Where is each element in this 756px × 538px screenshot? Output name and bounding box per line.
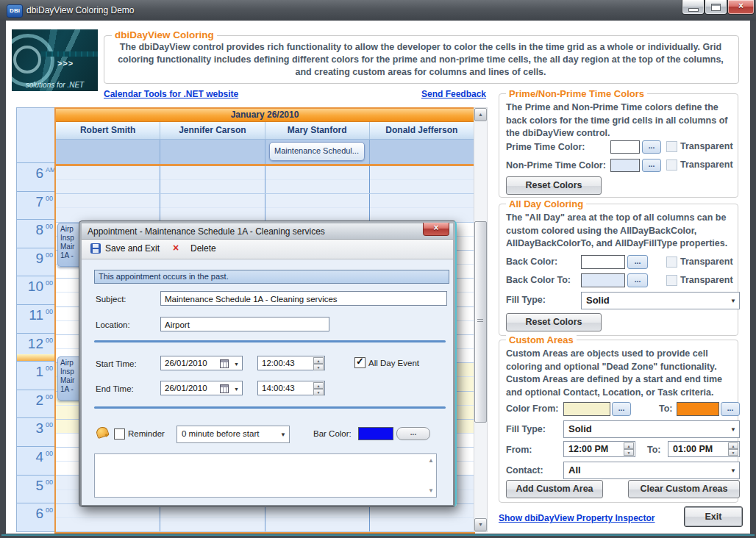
time-cell[interactable] — [370, 504, 474, 531]
prime-color-picker-button[interactable]: ... — [642, 140, 661, 154]
time-cell-half[interactable] — [56, 166, 160, 180]
time-cell-half[interactable] — [160, 180, 264, 193]
allday-cell[interactable] — [160, 140, 265, 164]
time-cell-half[interactable] — [56, 194, 160, 208]
time-cell[interactable] — [56, 504, 160, 531]
time-cell-half[interactable] — [370, 194, 474, 208]
allday-cell[interactable] — [56, 140, 160, 164]
time-cell[interactable] — [265, 504, 370, 531]
scrollbar-thumb[interactable] — [474, 221, 487, 423]
time-cell[interactable] — [370, 166, 474, 193]
color-from-picker-button[interactable]: ... — [612, 402, 631, 416]
send-feedback-link[interactable]: Send Feedback — [421, 89, 486, 99]
minimize-button[interactable] — [682, 0, 705, 15]
maximize-button[interactable] — [705, 0, 727, 15]
time-cell[interactable] — [56, 166, 160, 193]
time-cell[interactable] — [160, 504, 265, 531]
back-color-to-picker-button[interactable]: ... — [627, 273, 648, 287]
spin-up-icon[interactable]: ▲ — [624, 442, 634, 449]
allday-filltype-select[interactable]: Solid ▼ — [581, 292, 740, 309]
color-from-swatch[interactable] — [563, 402, 610, 416]
time-cell-half[interactable] — [370, 166, 474, 180]
color-to-swatch[interactable] — [677, 402, 719, 416]
reminder-checkbox[interactable] — [114, 428, 125, 440]
backto-transparent-checkbox[interactable] — [666, 275, 677, 286]
back-color-swatch[interactable] — [581, 255, 625, 269]
from-time-spinner[interactable]: 12:00 PM ▲▼ — [563, 441, 635, 457]
spin-up-icon[interactable]: ▲ — [313, 382, 324, 389]
delete-button[interactable]: Delete — [190, 243, 216, 254]
to-time-spinner[interactable]: 01:00 PM ▲▼ — [668, 441, 740, 457]
time-cell-half[interactable] — [56, 518, 160, 531]
notes-textarea[interactable]: ▲ ▼ — [94, 453, 437, 498]
clear-custom-areas-button[interactable]: Clear Custom Areas — [628, 480, 740, 498]
time-cell[interactable] — [370, 194, 474, 221]
exit-button[interactable]: Exit — [684, 506, 743, 527]
time-cell-half[interactable] — [56, 180, 160, 193]
time-cell-half[interactable] — [370, 208, 474, 221]
spin-down-icon[interactable]: ▼ — [313, 389, 324, 395]
scroll-down-icon[interactable]: ▼ — [428, 487, 434, 494]
time-cell-half[interactable] — [265, 166, 369, 180]
contact-select[interactable]: All ▼ — [563, 462, 740, 479]
time-cell-half[interactable] — [370, 518, 474, 531]
start-time-spinner[interactable]: 12:00:43 ▲▼ — [257, 356, 325, 370]
calendar-scrollbar[interactable]: ▲ ▼ — [474, 107, 488, 532]
scroll-up-icon[interactable]: ▲ — [428, 457, 434, 464]
subject-input[interactable]: Maintenance Schedule 1A - Cleaning servi… — [160, 291, 447, 306]
spin-up-icon[interactable]: ▲ — [728, 442, 738, 449]
time-cell-half[interactable] — [265, 208, 369, 221]
time-cell-half[interactable] — [265, 194, 369, 208]
prime-time-color-swatch[interactable] — [610, 140, 640, 154]
nonprime-color-picker-button[interactable]: ... — [642, 159, 661, 172]
time-cell[interactable] — [265, 194, 370, 221]
allday-cell[interactable]: Maintenance Schedul... — [265, 140, 370, 164]
time-cell-half[interactable] — [160, 166, 264, 180]
time-cell-half[interactable] — [56, 208, 160, 221]
nonprime-time-color-swatch[interactable] — [610, 159, 640, 172]
time-cell-half[interactable] — [370, 180, 474, 193]
spin-down-icon[interactable]: ▼ — [624, 449, 634, 456]
property-inspector-link[interactable]: Show dbiDayView Property Inspector — [499, 513, 655, 523]
save-and-exit-button[interactable]: Save and Exit — [105, 243, 160, 254]
time-cell-half[interactable] — [160, 194, 264, 208]
spin-down-icon[interactable]: ▼ — [313, 364, 324, 370]
back-transparent-checkbox[interactable] — [666, 257, 677, 268]
close-button[interactable]: × — [727, 0, 755, 15]
bar-color-picker-button[interactable]: ... — [396, 427, 430, 440]
time-cell-half[interactable] — [160, 208, 264, 221]
scroll-down-icon[interactable]: ▼ — [474, 518, 487, 531]
start-date-picker[interactable]: 26/01/2010 ▼ — [160, 356, 243, 370]
end-date-picker[interactable]: 26/01/2010 ▼ — [160, 381, 243, 395]
reset-allday-colors-button[interactable]: Reset Colors — [506, 313, 602, 331]
time-cell[interactable] — [56, 194, 160, 221]
nonprime-transparent-checkbox[interactable] — [666, 159, 677, 171]
back-color-picker-button[interactable]: ... — [627, 255, 648, 269]
scroll-up-icon[interactable]: ▲ — [474, 108, 487, 121]
bar-color-swatch[interactable] — [358, 427, 393, 440]
prime-transparent-checkbox[interactable] — [666, 141, 677, 152]
allday-region[interactable]: Maintenance Schedul... — [56, 140, 474, 164]
time-cell-half[interactable] — [265, 180, 369, 193]
color-to-picker-button[interactable]: ... — [721, 402, 740, 416]
add-custom-area-button[interactable]: Add Custom Area — [506, 480, 603, 498]
allday-cell[interactable] — [370, 140, 474, 164]
time-cell[interactable] — [160, 166, 265, 193]
reminder-select[interactable]: 0 minute before start ▼ — [176, 426, 290, 443]
dialog-titlebar[interactable]: Appointment - Maintenance Schedule 1A - … — [82, 223, 453, 240]
location-input[interactable]: Airport — [160, 317, 329, 331]
custom-filltype-select[interactable]: Solid ▼ — [563, 420, 740, 438]
back-color-to-swatch[interactable] — [581, 273, 625, 287]
allday-event-checkbox[interactable] — [354, 357, 365, 368]
allday-appointment-button[interactable]: Maintenance Schedul... — [269, 142, 365, 161]
spin-down-icon[interactable]: ▼ — [728, 449, 738, 456]
spin-up-icon[interactable]: ▲ — [313, 357, 324, 364]
reset-prime-colors-button[interactable]: Reset Colors — [506, 176, 602, 195]
time-cell-half[interactable] — [265, 518, 369, 531]
time-cell[interactable] — [160, 194, 265, 221]
window-titlebar[interactable]: DBi dbiDayView Coloring Demo × — [0, 0, 756, 21]
time-cell-half[interactable] — [160, 518, 264, 531]
dialog-close-button[interactable]: × — [423, 223, 449, 236]
time-cell[interactable] — [265, 166, 370, 193]
website-link[interactable]: Calendar Tools for .NET website — [104, 89, 238, 99]
